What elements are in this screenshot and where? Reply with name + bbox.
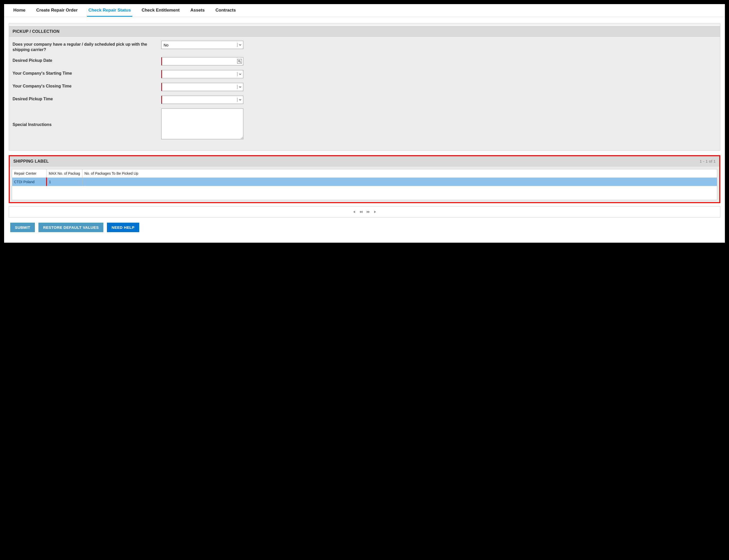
shipping-label-header: SHIPPING LABEL 1 - 1 of 1 bbox=[10, 156, 719, 166]
submit-button[interactable]: SUBMIT bbox=[10, 223, 35, 232]
shipping-label-table: Repair Center MAX No. of Packag No. of P… bbox=[12, 169, 717, 186]
col-repair-center[interactable]: Repair Center bbox=[12, 169, 47, 178]
scheduled-pickup-label: Does your company have a regular / daily… bbox=[13, 41, 161, 53]
close-time-label: Your Company's Closing Time bbox=[13, 83, 161, 89]
shipping-label-highlight: SHIPPING LABEL 1 - 1 of 1 Repair Center … bbox=[9, 155, 720, 203]
nav-tab-assets[interactable]: Assets bbox=[189, 4, 206, 17]
nav-tab-create-repair-order[interactable]: Create Repair Order bbox=[35, 4, 79, 17]
pickup-collection-header: PICKUP / COLLECTION bbox=[9, 26, 720, 37]
pickup-date-label: Desired Pickup Date bbox=[13, 57, 161, 63]
action-button-bar: SUBMIT RESTORE DEFAULT VALUES NEED HELP bbox=[9, 218, 720, 232]
shipping-title: SHIPPING LABEL bbox=[13, 159, 49, 164]
pager-bar bbox=[9, 206, 720, 218]
scheduled-pickup-select[interactable] bbox=[161, 41, 243, 49]
start-time-select[interactable] bbox=[161, 70, 243, 78]
need-help-button[interactable]: NEED HELP bbox=[107, 223, 139, 232]
pager-first-icon[interactable] bbox=[352, 210, 356, 214]
nav-tab-check-repair-status[interactable]: Check Repair Status bbox=[87, 4, 132, 17]
nav-tab-contracts[interactable]: Contracts bbox=[214, 4, 237, 17]
pager-next-icon[interactable] bbox=[366, 210, 370, 214]
nav-tab-home[interactable]: Home bbox=[12, 4, 27, 17]
pickup-date-input[interactable] bbox=[161, 57, 243, 65]
restore-defaults-button[interactable]: RESTORE DEFAULT VALUES bbox=[38, 223, 103, 232]
pager-last-icon[interactable] bbox=[373, 210, 378, 214]
pickup-time-label: Desired Pickup Time bbox=[13, 96, 161, 101]
special-instructions-label: Special Instructions bbox=[13, 121, 161, 127]
pickup-time-select[interactable] bbox=[161, 96, 243, 104]
cell-packages-pickup[interactable] bbox=[82, 178, 717, 186]
cell-max-packages[interactable]: 1 bbox=[47, 178, 82, 186]
col-packages-pickup[interactable]: No. of Packages To Be Picked Up bbox=[82, 169, 717, 178]
shipping-count: 1 - 1 of 1 bbox=[700, 159, 716, 163]
pickup-collection-panel: PICKUP / COLLECTION Does your company ha… bbox=[9, 23, 720, 151]
table-row[interactable]: CTDI Poland 1 bbox=[12, 178, 717, 186]
cell-repair-center: CTDI Poland bbox=[12, 178, 47, 186]
close-time-select[interactable] bbox=[161, 83, 243, 91]
special-instructions-textarea[interactable] bbox=[161, 109, 243, 139]
nav-tab-check-entitlement[interactable]: Check Entitlement bbox=[140, 4, 181, 17]
start-time-label: Your Company's Starting Time bbox=[13, 70, 161, 76]
top-nav: HomeCreate Repair OrderCheck Repair Stat… bbox=[4, 4, 725, 17]
pickup-title: PICKUP / COLLECTION bbox=[13, 29, 60, 34]
pager-prev-icon[interactable] bbox=[359, 210, 364, 214]
col-max-packages[interactable]: MAX No. of Packag bbox=[47, 169, 82, 178]
